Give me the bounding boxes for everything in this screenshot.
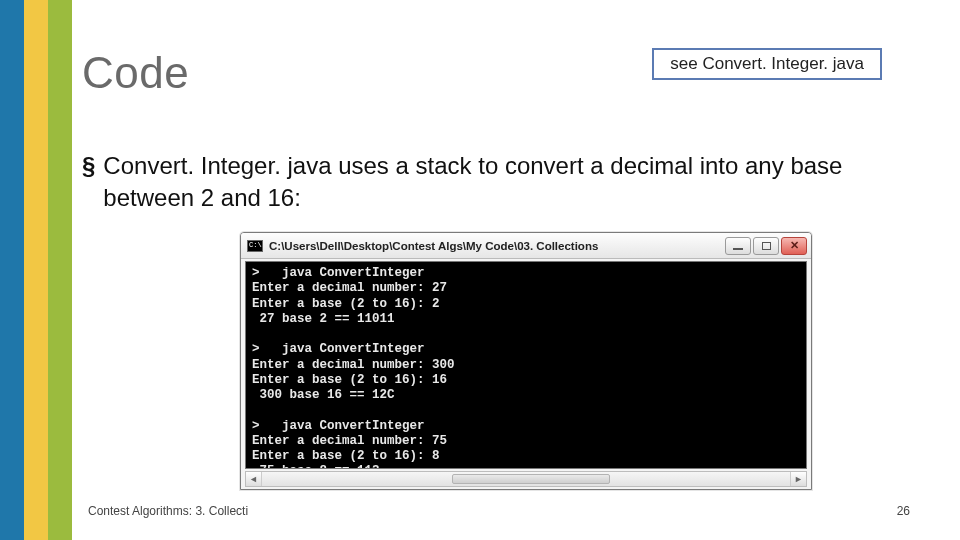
slide-title: Code [82, 48, 189, 98]
scroll-thumb[interactable] [452, 474, 610, 484]
scroll-track[interactable] [262, 472, 790, 486]
window-buttons [725, 237, 807, 255]
slide: Code see Convert. Integer. java § Conver… [0, 0, 960, 540]
scroll-right-button[interactable]: ► [790, 472, 806, 486]
cmd-icon [247, 240, 263, 252]
window-title: C:\Users\Dell\Desktop\Contest Algs\My Co… [269, 240, 725, 252]
maximize-button[interactable] [753, 237, 779, 255]
minimize-button[interactable] [725, 237, 751, 255]
close-button[interactable] [781, 237, 807, 255]
page-number: 26 [897, 504, 910, 518]
accent-bar-blue [0, 0, 24, 540]
console-window: C:\Users\Dell\Desktop\Contest Algs\My Co… [240, 232, 812, 490]
bullet-text: Convert. Integer. java uses a stack to c… [103, 150, 920, 215]
window-titlebar: C:\Users\Dell\Desktop\Contest Algs\My Co… [241, 233, 811, 259]
console-output: > java ConvertInteger Enter a decimal nu… [245, 261, 807, 469]
horizontal-scrollbar[interactable]: ◄ ► [245, 471, 807, 487]
footer-text: Contest Algorithms: 3. Collecti [88, 504, 248, 518]
bullet-marker: § [82, 150, 95, 215]
bullet-item: § Convert. Integer. java uses a stack to… [82, 150, 920, 215]
accent-bar-green [48, 0, 72, 540]
scroll-left-button[interactable]: ◄ [246, 472, 262, 486]
reference-box: see Convert. Integer. java [652, 48, 882, 80]
accent-bar-gap [72, 0, 82, 540]
accent-bar-yellow [24, 0, 48, 540]
bullet-list: § Convert. Integer. java uses a stack to… [82, 150, 920, 215]
